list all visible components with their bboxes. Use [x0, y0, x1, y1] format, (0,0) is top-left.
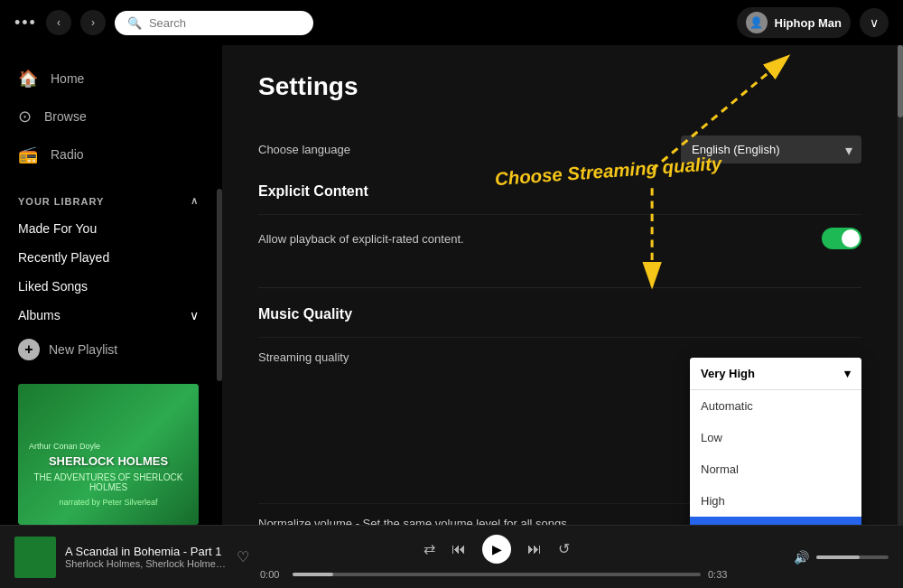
quality-option-automatic[interactable]: Automatic: [690, 390, 861, 422]
next-button[interactable]: ⏭: [527, 541, 542, 557]
explicit-content-title: Explicit Content: [258, 183, 861, 200]
streaming-quality-label: Streaming quality: [258, 350, 349, 364]
sidebar-item-home-label: Home: [51, 71, 84, 86]
music-quality-title: Music Quality: [258, 306, 861, 322]
quality-dropdown[interactable]: Very High ▾ Automatic Low Normal High Ve…: [690, 358, 861, 526]
quality-option-low[interactable]: Low: [690, 422, 861, 453]
play-button[interactable]: ▶: [482, 535, 511, 564]
sidebar: 🏠 Home ⊙ Browse 📻 Radio YOUR LIBRARY ∧ M…: [0, 45, 217, 525]
sidebar-item-browse-label: Browse: [44, 109, 87, 124]
explicit-toggle-label: Allow playback of explicit-rated content…: [258, 232, 464, 246]
sidebar-item-liked-songs[interactable]: Liked Songs: [0, 272, 217, 301]
explicit-toggle[interactable]: [822, 228, 861, 249]
track-name: A Scandal in Bohemia - Part 1: [65, 545, 228, 558]
language-select[interactable]: English (English): [681, 135, 861, 163]
language-select-wrapper[interactable]: English (English): [681, 135, 861, 163]
album-author: Arthur Conan Doyle: [29, 442, 100, 451]
content-scrollbar[interactable]: [898, 45, 903, 525]
normalize-volume-label: Normalize volume - Set the same volume l…: [258, 517, 567, 525]
repeat-button[interactable]: ↺: [558, 540, 570, 557]
plus-circle-icon: +: [18, 339, 40, 360]
new-playlist-button[interactable]: + New Playlist: [0, 330, 217, 369]
heart-icon[interactable]: ♡: [237, 548, 249, 565]
album-art-placeholder: Arthur Conan Doyle SHERLOCK HOLMES THE A…: [18, 384, 199, 525]
progress-bar-container: 0:00 0:33: [260, 569, 733, 580]
home-icon: 🏠: [18, 69, 38, 89]
language-label: Choose language: [258, 143, 350, 156]
albums-expand-icon[interactable]: ∨: [190, 308, 199, 322]
library-label: YOUR LIBRARY: [18, 196, 104, 207]
topbar-right: 👤 Hiphop Man ∨: [737, 7, 889, 38]
content-area: Settings Choose language English (Englis…: [222, 45, 898, 525]
player-track-info: A Scandal in Bohemia - Part 1 Sherlock H…: [14, 537, 249, 578]
time-total: 0:33: [708, 569, 733, 580]
content-scrollbar-thumb: [898, 45, 903, 117]
search-input[interactable]: [149, 16, 301, 30]
avatar: 👤: [746, 12, 768, 33]
radio-icon: 📻: [18, 145, 38, 164]
chevron-down-button[interactable]: ∨: [860, 8, 889, 37]
explicit-toggle-row: Allow playback of explicit-rated content…: [258, 214, 861, 262]
sidebar-item-radio-label: Radio: [51, 147, 84, 162]
player-right: 🔊: [744, 550, 889, 565]
topbar-left: ••• ‹ › 🔍: [14, 10, 313, 35]
user-name-label: Hiphop Man: [775, 16, 842, 30]
quality-option-very-high[interactable]: Very High: [690, 517, 861, 526]
sidebar-item-home[interactable]: 🏠 Home: [0, 60, 217, 98]
volume-fill: [816, 555, 860, 559]
library-section-header: YOUR LIBRARY ∧: [0, 181, 217, 214]
album-art-sidebar[interactable]: Arthur Conan Doyle SHERLOCK HOLMES THE A…: [18, 384, 199, 525]
sidebar-nav: 🏠 Home ⊙ Browse 📻 Radio: [0, 52, 217, 181]
explicit-content-section: Explicit Content Allow playback of expli…: [258, 183, 861, 262]
user-menu[interactable]: 👤 Hiphop Man: [737, 7, 851, 38]
sidebar-item-albums[interactable]: Albums ∨: [0, 301, 217, 330]
main-layout: 🏠 Home ⊙ Browse 📻 Radio YOUR LIBRARY ∧ M…: [0, 45, 903, 525]
progress-fill: [293, 573, 333, 576]
quality-option-high[interactable]: High: [690, 485, 861, 517]
topbar: ••• ‹ › 🔍 👤 Hiphop Man ∨: [0, 0, 903, 45]
streaming-quality-row: Streaming quality Very High ▾ Automatic …: [258, 337, 861, 377]
language-row: Choose language English (English): [258, 123, 861, 176]
album-subtitle: THE ADVENTURES OF SHERLOCK HOLMES: [29, 472, 188, 492]
search-bar[interactable]: 🔍: [115, 11, 313, 35]
player-controls: ⇄ ⏮ ▶ ⏭ ↺ 0:00 0:33: [260, 535, 733, 580]
time-current: 0:00: [260, 569, 285, 580]
track-artist: Sherlock Holmes, Sherlock Holmes - The O…: [65, 558, 228, 569]
shuffle-button[interactable]: ⇄: [424, 540, 435, 557]
quality-dropdown-header[interactable]: Very High ▾: [690, 358, 861, 390]
sidebar-item-browse[interactable]: ⊙ Browse: [0, 98, 217, 135]
track-thumbnail: [14, 537, 56, 578]
search-icon: 🔍: [127, 16, 142, 30]
track-details: A Scandal in Bohemia - Part 1 Sherlock H…: [65, 545, 228, 569]
browse-icon: ⊙: [18, 107, 32, 126]
quality-chevron-icon: ▾: [844, 367, 851, 380]
quality-option-normal[interactable]: Normal: [690, 453, 861, 485]
music-quality-section: Music Quality Streaming quality Very Hig…: [258, 287, 861, 525]
forward-button[interactable]: ›: [80, 10, 106, 35]
previous-button[interactable]: ⏮: [452, 541, 466, 557]
quality-selected-value: Very High: [701, 367, 755, 380]
album-narrator: narrated by Peter Silverleaf: [59, 498, 157, 507]
sidebar-item-made-for-you[interactable]: Made For You: [0, 214, 217, 243]
toggle-knob: [842, 229, 860, 247]
volume-slider[interactable]: [816, 555, 889, 559]
app-menu-dots[interactable]: •••: [14, 14, 37, 33]
player-bar: A Scandal in Bohemia - Part 1 Sherlock H…: [0, 525, 903, 588]
new-playlist-label: New Playlist: [49, 342, 117, 357]
control-buttons: ⇄ ⏮ ▶ ⏭ ↺: [424, 535, 570, 564]
sidebar-item-radio[interactable]: 📻 Radio: [0, 135, 217, 173]
album-title: SHERLOCK HOLMES: [49, 454, 168, 469]
progress-track[interactable]: [293, 573, 701, 576]
sidebar-item-recently-played[interactable]: Recently Played: [0, 243, 217, 272]
library-collapse-icon[interactable]: ∧: [191, 195, 199, 207]
albums-label: Albums: [18, 308, 61, 322]
volume-icon[interactable]: 🔊: [794, 550, 809, 565]
back-button[interactable]: ‹: [46, 10, 71, 35]
page-title: Settings: [258, 72, 861, 101]
